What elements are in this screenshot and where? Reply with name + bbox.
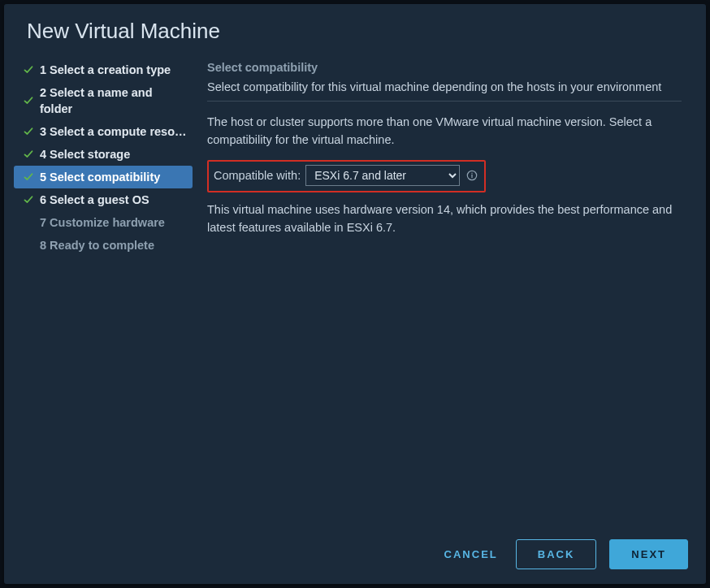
compatibility-select[interactable]: ESXi 6.7 and later — [305, 165, 460, 186]
check-icon — [22, 172, 35, 182]
wizard-step-3[interactable]: 3 Select a compute reso… — [14, 120, 193, 143]
wizard-main: Select compatibility Select compatibilit… — [193, 58, 696, 528]
section-title: Select compatibility — [207, 58, 682, 76]
wizard-step-8: 8 Ready to complete — [14, 234, 193, 257]
step-label: 7 Customize hardware — [40, 214, 165, 231]
check-icon — [22, 149, 35, 159]
check-icon — [22, 127, 35, 136]
info-icon[interactable] — [466, 170, 478, 181]
intro-paragraph: The host or cluster supports more than o… — [207, 113, 682, 149]
section-divider — [207, 101, 682, 102]
wizard-sidebar: 1 Select a creation type2 Select a name … — [14, 58, 193, 528]
wizard-step-5[interactable]: 5 Select compatibility — [14, 166, 193, 188]
wizard-step-4[interactable]: 4 Select storage — [14, 143, 193, 166]
step-label: 8 Ready to complete — [40, 237, 154, 253]
wizard-step-7: 7 Customize hardware — [14, 211, 193, 234]
compatibility-row: Compatible with: ESXi 6.7 and later — [207, 160, 486, 192]
next-button[interactable]: NEXT — [609, 539, 688, 569]
wizard-step-1[interactable]: 1 Select a creation type — [14, 58, 193, 81]
step-label: 2 Select a name and folder — [40, 84, 188, 117]
step-label: 6 Select a guest OS — [40, 192, 149, 208]
step-label: 5 Select compatibility — [40, 169, 160, 185]
section-subtitle: Select compatibility for this virtual ma… — [207, 78, 682, 96]
dialog-footer: CANCEL BACK NEXT — [4, 528, 706, 584]
check-icon — [22, 65, 35, 75]
step-label: 4 Select storage — [40, 146, 130, 162]
wizard-step-2[interactable]: 2 Select a name and folder — [14, 81, 193, 120]
check-icon — [22, 195, 35, 205]
cancel-button[interactable]: CANCEL — [439, 540, 503, 569]
description-paragraph: This virtual machine uses hardware versi… — [207, 201, 682, 236]
svg-point-2 — [471, 173, 472, 174]
back-button[interactable]: BACK — [516, 539, 597, 569]
dialog-body: 1 Select a creation type2 Select a name … — [4, 50, 706, 528]
check-icon — [22, 96, 35, 106]
step-label: 1 Select a creation type — [40, 62, 171, 78]
wizard-step-6[interactable]: 6 Select a guest OS — [14, 188, 193, 211]
step-label: 3 Select a compute reso… — [40, 123, 187, 140]
compatibility-label: Compatible with: — [214, 166, 301, 184]
dialog-title: New Virtual Machine — [4, 4, 706, 50]
new-vm-dialog: New Virtual Machine 1 Select a creation … — [4, 4, 706, 584]
